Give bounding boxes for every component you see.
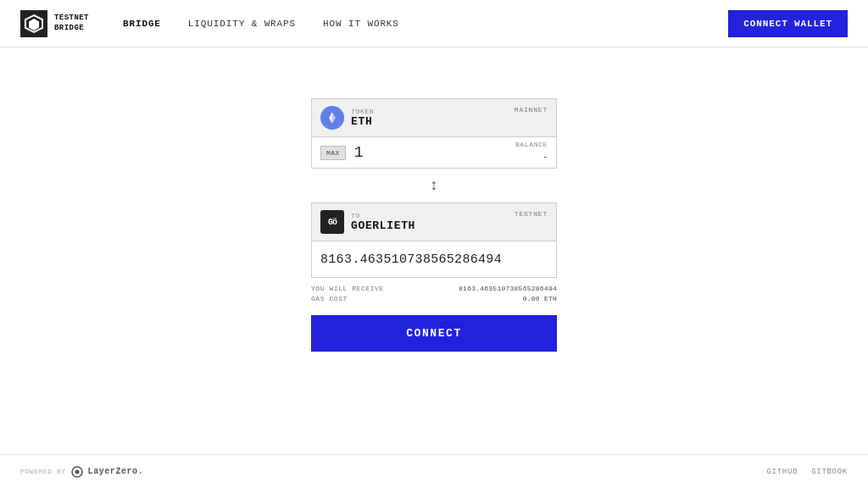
powered-by: POWERED BY LayerZero. (20, 466, 143, 478)
main-content: TOKEN ETH MAINNET MAX 1 BALANCE - ↕ Gö T… (0, 47, 868, 352)
receive-label: YOU WILL RECEIVE (311, 285, 384, 292)
token-name: ETH (351, 115, 374, 128)
connect-button[interactable]: CONNECT (311, 315, 557, 352)
connect-wallet-button[interactable]: CONNECT WALLET (728, 10, 848, 37)
to-panel: Gö TO GOERLIETH TESTNET 8163.46351073856… (311, 202, 557, 278)
footer-links: GITHUB GITBOOK (766, 468, 848, 476)
swap-icon-wrap[interactable]: ↕ (430, 172, 439, 199)
logo-line2: BRIDGE (54, 24, 89, 34)
logo-icon (20, 10, 47, 37)
eth-token-icon (320, 106, 344, 130)
nav-liquidity[interactable]: LIQUIDITY & WRAPS (188, 19, 296, 29)
to-info: TO GOERLIETH (351, 212, 415, 232)
svg-point-10 (75, 469, 79, 474)
powered-by-label: POWERED BY (20, 468, 66, 475)
to-panel-top: Gö TO GOERLIETH TESTNET (312, 203, 556, 241)
nav-bridge[interactable]: BRIDGE (123, 19, 161, 29)
balance-value: - (542, 152, 548, 162)
receive-info-row: YOU WILL RECEIVE 8163.463510738565286494 (311, 285, 557, 292)
navbar: TESTNET BRIDGE BRIDGE LIQUIDITY & WRAPS … (0, 0, 868, 47)
goerli-icon: Gö (320, 210, 344, 234)
github-link[interactable]: GITHUB (766, 468, 798, 476)
logo: TESTNET BRIDGE (20, 10, 89, 37)
gas-value: 0.00 ETH (523, 295, 557, 302)
balance-area: BALANCE - (515, 141, 548, 164)
receive-amount-value: 8163.463510738565286494 (320, 252, 502, 267)
to-name: GOERLIETH (351, 219, 415, 232)
logo-line1: TESTNET (54, 14, 89, 24)
footer: POWERED BY LayerZero. GITHUB GITBOOK (0, 454, 868, 488)
from-network-label: MAINNET (515, 106, 548, 114)
gas-info-row: GAS COST 0.00 ETH (311, 295, 557, 302)
token-label: TOKEN (351, 108, 374, 115)
swap-icon: ↕ (430, 177, 439, 194)
nav-links: BRIDGE LIQUIDITY & WRAPS HOW IT WORKS (123, 19, 399, 29)
to-label: TO (351, 212, 415, 219)
layerzero-brand: LayerZero. (88, 467, 144, 476)
from-panel: TOKEN ETH MAINNET MAX 1 BALANCE - (311, 98, 557, 169)
layerzero-icon (71, 466, 83, 478)
from-panel-top: TOKEN ETH MAINNET (312, 99, 556, 136)
nav-how-it-works[interactable]: HOW IT WORKS (323, 19, 399, 29)
gitbook-link[interactable]: GITBOOK (811, 468, 848, 476)
receive-amount-row: 8163.463510738565286494 (312, 241, 556, 277)
max-button[interactable]: MAX (320, 146, 346, 160)
receive-value: 8163.463510738565286494 (459, 285, 557, 292)
info-section: YOU WILL RECEIVE 8163.463510738565286494… (311, 285, 557, 305)
gas-label: GAS COST (311, 295, 348, 302)
to-network-label: TESTNET (515, 210, 548, 218)
balance-label: BALANCE (515, 141, 548, 148)
amount-row: MAX 1 BALANCE - (312, 136, 556, 168)
token-info: TOKEN ETH (351, 108, 374, 128)
